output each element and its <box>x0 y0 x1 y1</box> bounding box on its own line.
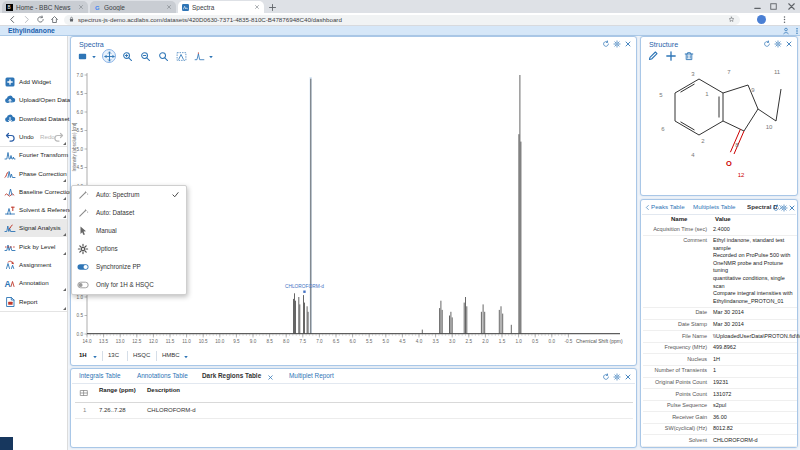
tab-peaks-table[interactable]: Peaks Table <box>651 203 685 210</box>
chevron-down-icon[interactable] <box>92 354 98 360</box>
parameter-value: CHLOROFORM-d <box>710 435 797 446</box>
gear-icon[interactable] <box>780 204 788 212</box>
phase-icon <box>4 168 16 180</box>
parameter-row[interactable]: Number of Transients1 <box>643 366 797 378</box>
browser-tab[interactable]: Spectra <box>178 1 264 13</box>
refresh-icon[interactable] <box>772 204 780 212</box>
tab-close-icon[interactable] <box>166 4 172 10</box>
parameter-row[interactable]: Receiver Gain36.00 <box>643 412 797 424</box>
tab-close-icon[interactable] <box>267 374 274 381</box>
tab-annotations-table[interactable]: Annotations Table <box>137 372 188 379</box>
tabs-scroll-left-icon[interactable] <box>644 204 651 211</box>
browser-tab[interactable]: GGoogle <box>90 1 176 13</box>
sidebar-item-download-dataset[interactable]: Download Dataset <box>0 110 67 128</box>
molecule-drawing[interactable]: 3711519621048O12 <box>641 65 799 195</box>
gear-icon[interactable] <box>774 40 782 48</box>
sidebar-item-signal-analysis[interactable]: Signal Analysis <box>0 219 67 237</box>
sidebar-item-pick-by-level[interactable]: Pick by Level <box>0 238 67 256</box>
gear-icon[interactable] <box>613 373 621 381</box>
spectrum-tab-13c[interactable]: 13C <box>108 352 119 358</box>
refresh-icon[interactable] <box>602 373 610 381</box>
menu-item-label: Manual <box>96 227 117 234</box>
parameter-row[interactable]: CommentEthyl indanone, standard test sam… <box>643 236 797 308</box>
description-cell[interactable]: CHLOROFORM-d <box>147 407 196 413</box>
sidebar-item-fourier-transform[interactable]: Fourier Transform <box>0 146 67 164</box>
chevron-down-icon[interactable] <box>183 354 189 360</box>
address-bar[interactable]: spectrus-js-demo.acdlabs.com/datasets/42… <box>64 15 740 25</box>
sidebar-item-undo-redo[interactable]: UndoRedo <box>0 128 67 146</box>
sidebar-item-add-widget[interactable]: Add Widget <box>0 73 67 91</box>
profile-avatar[interactable] <box>757 15 766 24</box>
tab-dark-regions-table[interactable]: Dark Regions Table <box>202 372 261 379</box>
parameter-row[interactable]: Points Count131072 <box>643 389 797 401</box>
close-icon[interactable] <box>624 373 632 381</box>
menu-item-synchronize-pp[interactable]: Synchronize PP <box>72 258 186 276</box>
forward-icon[interactable] <box>22 15 31 24</box>
menu-item-only-for-1h-hsqc[interactable]: Only for 1H & HSQC <box>72 276 186 294</box>
column-header-description: Description <box>147 387 180 394</box>
new-tab-button[interactable] <box>268 3 277 12</box>
cloud-up-icon <box>4 94 16 106</box>
tab-multiplets-table[interactable]: Multiplets Table <box>693 203 736 210</box>
collapsed-widget-tile[interactable] <box>0 437 13 450</box>
sidebar-item-annotation[interactable]: AAnnotation <box>0 274 67 292</box>
spectrum-tab-hsqc[interactable]: HSQC <box>133 352 150 358</box>
range-cell[interactable]: 7.26..7.28 <box>99 407 126 413</box>
column-header-value: Value <box>715 216 731 222</box>
parameter-row[interactable]: Pulse Sequences2pul <box>643 401 797 413</box>
spectrum-tab-hmbc[interactable]: HMBC <box>162 352 180 358</box>
parameter-row[interactable]: DateMar 30 2014 <box>643 308 797 320</box>
solvent-annotation[interactable]: CHLOROFORM-d <box>285 284 324 289</box>
parameter-row[interactable]: Date StampMar 30 2014 <box>643 320 797 332</box>
browser-tab[interactable]: BHome - BBC News <box>2 1 88 13</box>
close-icon[interactable] <box>785 40 793 48</box>
edit-structure-icon[interactable] <box>647 50 659 62</box>
url-text[interactable]: spectrus-js-demo.acdlabs.com/datasets/42… <box>78 16 718 23</box>
window-maximize-icon[interactable] <box>768 1 779 12</box>
add-structure-icon[interactable] <box>665 50 677 62</box>
parameter-row[interactable]: Acquisition Time (sec)2.4000 <box>643 224 797 236</box>
browser-menu-icon[interactable] <box>780 15 789 24</box>
atom-number-10: 10 <box>766 124 773 130</box>
wand-icon <box>77 189 89 201</box>
refresh-icon[interactable] <box>763 40 771 48</box>
parameter-row[interactable]: Nucleus1H <box>643 354 797 366</box>
menu-item-auto-spectrum[interactable]: Auto: Spectrum <box>72 186 186 204</box>
back-icon[interactable] <box>8 15 17 24</box>
tab-multiplet-report[interactable]: Multiplet Report <box>289 372 334 379</box>
spectrum-tab-1h[interactable]: 1H <box>79 352 87 358</box>
tab-close-icon[interactable] <box>254 4 260 10</box>
tab-close-icon[interactable] <box>78 4 84 10</box>
reload-icon[interactable] <box>36 15 45 24</box>
star-icon[interactable] <box>728 16 735 23</box>
user-icon[interactable] <box>782 27 790 35</box>
menu-item-options[interactable]: Options <box>72 240 186 258</box>
sidebar-item-upload-open-data[interactable]: Upload/Open Data <box>0 91 67 109</box>
parameter-row[interactable]: SW(cyclical) (Hz)8012.82 <box>643 424 797 436</box>
submenu-corner <box>63 179 66 182</box>
sidebar-item-phase-correction[interactable]: Phase Correction <box>0 165 67 183</box>
home-icon[interactable] <box>50 15 59 24</box>
sidebar-item-assignment[interactable]: Assignment <box>0 256 67 274</box>
delete-structure-icon[interactable] <box>683 50 695 62</box>
x-tick-label: 3.0 <box>449 339 456 344</box>
sidebar-item-baseline-correction[interactable]: Baseline Correction <box>0 183 67 201</box>
parameter-row[interactable]: File Name\\UploadedUserData\PROTON.fid\f… <box>643 331 797 343</box>
sidebar-item-report[interactable]: Report <box>0 293 67 311</box>
close-icon[interactable] <box>788 204 796 212</box>
atom-number-9: 9 <box>751 87 755 93</box>
menu-item-manual[interactable]: Manual <box>72 222 186 240</box>
app-title-bar: Ethylindanone <box>0 26 800 36</box>
sidebar-item-solvent-reference[interactable]: Solvent & Reference <box>0 201 67 219</box>
parameter-row[interactable]: Frequency (MHz)499.8962 <box>643 343 797 355</box>
window-close-icon[interactable] <box>786 1 797 12</box>
menu-item-auto-dataset[interactable]: Auto: Dataset <box>72 204 186 222</box>
fav-bbc: B <box>6 4 13 11</box>
submenu-corner <box>63 215 66 218</box>
parameter-row[interactable]: SolventCHLOROFORM-d <box>643 435 797 447</box>
parameter-row[interactable]: Original Points Count19231 <box>643 378 797 390</box>
tab-integrals-table[interactable]: Integrals Table <box>79 372 120 379</box>
window-minimize-icon[interactable] <box>752 1 763 12</box>
app-menu-icon[interactable] <box>793 27 800 35</box>
sidebar-item-label: Report <box>19 298 38 305</box>
